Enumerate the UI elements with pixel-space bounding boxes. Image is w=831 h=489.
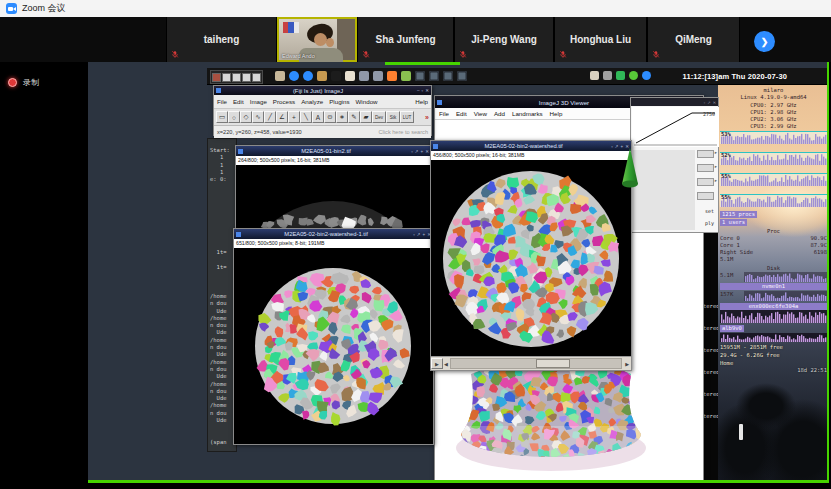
- tray-clipboard-icon[interactable]: [590, 71, 599, 80]
- launcher-firefox-icon[interactable]: [387, 71, 397, 81]
- conky-net2-graph: [720, 333, 827, 342]
- more-participants-button[interactable]: ❯: [754, 31, 775, 52]
- launcher-music-icon[interactable]: [331, 71, 341, 81]
- ct-titlebar[interactable]: M2EA05-01-bin2.tif ▫↗+✕: [236, 146, 431, 156]
- rectangle-tool[interactable]: ▭: [216, 111, 228, 123]
- conky-net-if2: alb9v0: [720, 325, 827, 332]
- text-tool[interactable]: A: [312, 111, 324, 123]
- imagej-statusbar: x=220, y=260, z=458, value=1930 Click he…: [214, 125, 431, 138]
- hand-tool[interactable]: ∗: [336, 111, 348, 123]
- watershed1-canvas[interactable]: [234, 248, 433, 444]
- launcher-terminal-icon[interactable]: [443, 71, 453, 81]
- imagej-search-hint[interactable]: Click here to search: [379, 129, 428, 135]
- zoom-window-title: Zoom 会议: [22, 2, 66, 15]
- bc-set-button[interactable]: set: [705, 208, 714, 214]
- participant-cell[interactable]: Honghua Liu: [554, 17, 647, 62]
- bc-widget[interactable]: [697, 178, 714, 186]
- bc-widget[interactable]: [697, 164, 714, 172]
- stk-button[interactable]: Stk: [386, 111, 400, 123]
- terminal-line: tered 1: [703, 413, 718, 419]
- launcher-window-icon[interactable]: [373, 71, 383, 81]
- ct-slice-canvas[interactable]: [236, 165, 431, 236]
- window-buttons[interactable]: ▫↗+✕: [413, 232, 431, 237]
- tray-ok-badge-icon[interactable]: [616, 71, 625, 80]
- menu-item-landmarks[interactable]: Landmarks: [512, 110, 543, 117]
- launcher-terminal-icon[interactable]: [415, 71, 425, 81]
- launcher-editor-icon[interactable]: [345, 71, 355, 81]
- launcher-terminal-icon[interactable]: [457, 71, 467, 81]
- watershed2-titlebar[interactable]: M2EA05-02-bin2-watershed.tif ▫↗+✕: [431, 141, 631, 151]
- menu-item-edit[interactable]: Edit: [456, 110, 467, 117]
- tray-printer-icon[interactable]: [603, 71, 612, 80]
- menu-item-view[interactable]: View: [474, 110, 487, 117]
- watershed1-info: 651/800; 500x500 pixels; 8-bit; 191MB: [234, 239, 433, 248]
- taskbar-pager-button[interactable]: [212, 73, 221, 82]
- menu-item-process[interactable]: Process: [273, 98, 295, 105]
- bc-widget[interactable]: [697, 192, 714, 200]
- more-tools-button[interactable]: »: [425, 114, 429, 121]
- launcher-files-icon[interactable]: [275, 71, 285, 81]
- menu-item-image[interactable]: Image: [250, 98, 267, 105]
- menu-item-help[interactable]: Help: [415, 98, 428, 105]
- slider-left-arrow-icon[interactable]: ◀: [444, 361, 448, 367]
- menu-item-window[interactable]: Window: [356, 98, 378, 105]
- bc-titlebar[interactable]: ▫↗✕: [631, 98, 718, 106]
- participant-cell[interactable]: QiMeng: [647, 17, 740, 62]
- zoom-meeting-window: Zoom 会议 taihengEdward AndoSha JunfengJi-…: [0, 0, 831, 489]
- dev-button[interactable]: Dev: [372, 111, 386, 123]
- launcher-folder-icon[interactable]: [317, 71, 327, 81]
- zoom-tool[interactable]: ⊙: [324, 111, 336, 123]
- participant-cell[interactable]: Ji-Peng Wang: [454, 17, 554, 62]
- tray-update-icon[interactable]: [629, 71, 638, 80]
- freehand-tool[interactable]: ∿: [252, 111, 264, 123]
- share-border-right: [827, 62, 830, 483]
- window-buttons[interactable]: ▫↗+✕: [411, 149, 429, 154]
- watershed1-titlebar[interactable]: M2EA05-02-bin2-watershed-1.tif ▫↗+✕: [234, 229, 433, 239]
- oval-tool[interactable]: ○: [228, 111, 240, 123]
- conky-cpu-freq: CPU3: 2.99 GHz: [720, 123, 827, 130]
- dropper-tool[interactable]: ✎: [348, 111, 360, 123]
- wand-tool[interactable]: ╲: [300, 111, 312, 123]
- participant-cell[interactable]: Sha Junfeng: [357, 17, 454, 62]
- bc-apply-button[interactable]: ply: [705, 220, 714, 226]
- fill-tool[interactable]: ▰: [360, 111, 372, 123]
- launcher-notes-icon[interactable]: [401, 71, 411, 81]
- taskbar-window-1-button[interactable]: [222, 73, 231, 82]
- launcher-window-icon[interactable]: [359, 71, 369, 81]
- lut-button[interactable]: LUT: [400, 111, 414, 123]
- zoom-titlebar[interactable]: Zoom 会议: [0, 0, 831, 18]
- share-border-top: [385, 62, 460, 65]
- play-button[interactable]: ▶: [431, 358, 443, 369]
- taskbar-window-4-button[interactable]: [252, 73, 261, 82]
- taskbar-window-3-button[interactable]: [242, 73, 251, 82]
- tray-zoom-icon[interactable]: [642, 71, 651, 80]
- polygon-tool[interactable]: ◇: [240, 111, 252, 123]
- launcher-zoom-icon[interactable]: [289, 71, 299, 81]
- imagej-toolbar: ▭○◇∿╱∠+╲A⊙∗✎▰DevStkLUT»: [214, 109, 431, 125]
- taskbar-clock[interactable]: 11:12:[13]am Thu 2020-07-30: [683, 69, 787, 83]
- scrollbar-thumb[interactable]: [739, 424, 743, 440]
- slider-thumb[interactable]: [536, 359, 570, 368]
- terminal-right-window[interactable]: tered 0tered 0teredtered 1tered 1tered 1: [702, 232, 718, 480]
- watershed2-canvas[interactable]: [431, 160, 631, 356]
- menu-item-plugins[interactable]: Plugins: [329, 98, 349, 105]
- menu-item-file[interactable]: File: [217, 98, 227, 105]
- menu-item-edit[interactable]: Edit: [233, 98, 244, 105]
- taskbar-window-2-button[interactable]: [232, 73, 241, 82]
- menu-item-analyze[interactable]: Analyze: [301, 98, 323, 105]
- launcher-zoom-icon[interactable]: [303, 71, 313, 81]
- slider-right-arrow-icon[interactable]: ▶: [625, 361, 629, 367]
- window-buttons[interactable]: –▫✕: [417, 88, 429, 93]
- participant-cell[interactable]: Edward Ando: [277, 17, 357, 62]
- angle-tool[interactable]: ∠: [276, 111, 288, 123]
- launcher-terminal-icon[interactable]: [429, 71, 439, 81]
- slider-track[interactable]: [450, 358, 622, 369]
- bc-widget[interactable]: [697, 150, 714, 158]
- line-tool[interactable]: ╱: [264, 111, 276, 123]
- menu-item-file[interactable]: File: [439, 110, 449, 117]
- imagej-titlebar[interactable]: (Fiji Is Just) ImageJ –▫✕: [214, 86, 431, 95]
- menu-item-add[interactable]: Add: [494, 110, 505, 117]
- participant-cell[interactable]: taiheng: [166, 17, 277, 62]
- point-tool[interactable]: +: [288, 111, 300, 123]
- menu-item-help[interactable]: Help: [550, 110, 563, 117]
